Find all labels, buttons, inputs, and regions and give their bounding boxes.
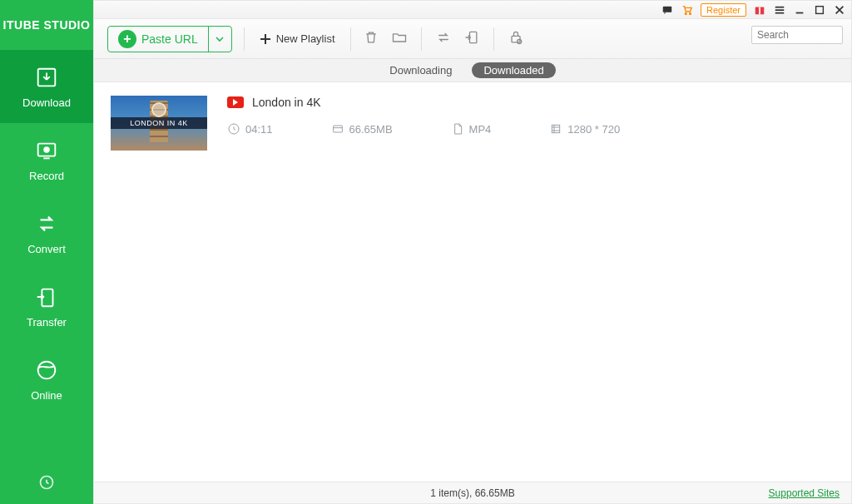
sidebar-item-transfer[interactable]: Transfer (0, 269, 93, 343)
svg-rect-12 (816, 6, 824, 13)
plus-icon: + (118, 30, 136, 48)
cart-icon[interactable] (681, 3, 694, 17)
sidebar-item-label: Transfer (27, 316, 67, 329)
svg-point-4 (38, 361, 56, 378)
record-icon (33, 138, 60, 163)
svg-rect-17 (333, 126, 342, 132)
youtube-icon (227, 96, 244, 108)
main: Register + Paste URL (93, 0, 852, 504)
format-value: MP4 (469, 123, 492, 136)
folder-button[interactable] (391, 29, 408, 49)
close-button[interactable] (833, 3, 846, 17)
status-summary: 1 item(s), 66.65MB (430, 487, 514, 499)
sidebar: ITUBE STUDIO Download Record Convert Tra… (0, 0, 93, 504)
svg-point-15 (517, 39, 521, 43)
svg-point-7 (685, 12, 686, 14)
separator (421, 27, 422, 51)
svg-rect-11 (759, 7, 760, 14)
svg-rect-18 (552, 125, 560, 132)
tab-downloading[interactable]: Downloading (389, 64, 452, 77)
online-icon (33, 358, 60, 383)
convert-button[interactable] (435, 29, 452, 49)
separator (493, 27, 494, 51)
titlebar: Register (94, 1, 851, 19)
feedback-icon[interactable] (661, 3, 674, 17)
sidebar-item-online[interactable]: Online (0, 343, 93, 416)
svg-point-8 (690, 12, 691, 14)
sidebar-item-convert[interactable]: Convert (0, 196, 93, 269)
thumbnail: LONDON IN 4K (111, 96, 207, 151)
sidebar-item-record[interactable]: Record (0, 123, 93, 196)
paste-url-main: + Paste URL (108, 30, 208, 48)
size-value: 66.65MB (349, 123, 393, 136)
nav: Download Record Convert Transfer Online (0, 50, 93, 464)
item-title: London in 4K (252, 96, 321, 109)
content: LONDON IN 4K London in 4K 04:11 (94, 82, 851, 482)
film-icon (549, 122, 562, 136)
register-button[interactable]: Register (701, 3, 746, 17)
meta-duration: 04:11 (227, 122, 273, 136)
svg-rect-6 (663, 6, 672, 12)
menu-icon[interactable] (773, 3, 786, 17)
privacy-button[interactable] (508, 29, 524, 49)
meta-resolution: 1280 * 720 (549, 122, 620, 136)
plus-icon (260, 33, 271, 45)
sidebar-item-label: Record (29, 170, 64, 182)
transfer-button[interactable] (463, 29, 480, 49)
thumbnail-caption: LONDON IN 4K (111, 117, 207, 129)
clock-icon (38, 474, 55, 491)
sidebar-item-label: Convert (27, 243, 66, 255)
search-input[interactable] (751, 26, 843, 44)
convert-icon (33, 211, 60, 236)
meta-size: 66.65MB (331, 122, 393, 136)
maximize-button[interactable] (813, 3, 826, 17)
tabs: Downloading Downloaded (94, 59, 851, 82)
new-playlist-label: New Playlist (276, 32, 335, 45)
tool-icons (363, 27, 524, 51)
download-icon (33, 65, 60, 90)
lock-eye-icon (508, 29, 524, 46)
sidebar-item-label: Download (22, 96, 71, 109)
supported-sites-link[interactable]: Supported Sites (769, 487, 840, 499)
transfer-icon (33, 284, 60, 309)
chevron-down-icon (215, 35, 224, 43)
convert-icon (435, 29, 452, 46)
item-title-row: London in 4K (227, 96, 835, 109)
size-icon (331, 122, 344, 136)
minimize-button[interactable] (793, 3, 806, 17)
sidebar-item-download[interactable]: Download (0, 50, 93, 123)
new-playlist-button[interactable]: New Playlist (256, 32, 339, 45)
tab-downloaded[interactable]: Downloaded (472, 62, 555, 78)
item-meta: 04:11 66.65MB MP4 1280 * 720 (227, 122, 835, 136)
app-logo: ITUBE STUDIO (0, 0, 93, 50)
paste-url-label: Paste URL (141, 32, 198, 46)
gift-icon[interactable] (753, 3, 766, 17)
toolbar: + Paste URL New Playlist (94, 19, 851, 59)
paste-url-dropdown[interactable] (208, 27, 231, 52)
meta-format: MP4 (451, 122, 492, 136)
separator (244, 27, 245, 51)
clock-icon (227, 122, 240, 136)
trash-icon (363, 29, 379, 46)
resolution-value: 1280 * 720 (567, 123, 620, 136)
file-icon (451, 122, 464, 136)
duration-value: 04:11 (245, 123, 273, 136)
sidebar-item-label: Online (31, 389, 62, 402)
sidebar-clock[interactable] (28, 464, 65, 504)
svg-point-2 (44, 147, 49, 152)
trash-button[interactable] (363, 29, 379, 49)
transfer-icon (463, 29, 480, 46)
paste-url-button[interactable]: + Paste URL (107, 26, 232, 52)
statusbar: 1 item(s), 66.65MB Supported Sites (94, 482, 851, 503)
item-body: London in 4K 04:11 66.65MB (227, 96, 835, 136)
search-box (751, 26, 843, 44)
list-item[interactable]: LONDON IN 4K London in 4K 04:11 (94, 82, 851, 164)
separator (350, 27, 351, 51)
folder-icon (391, 29, 408, 46)
